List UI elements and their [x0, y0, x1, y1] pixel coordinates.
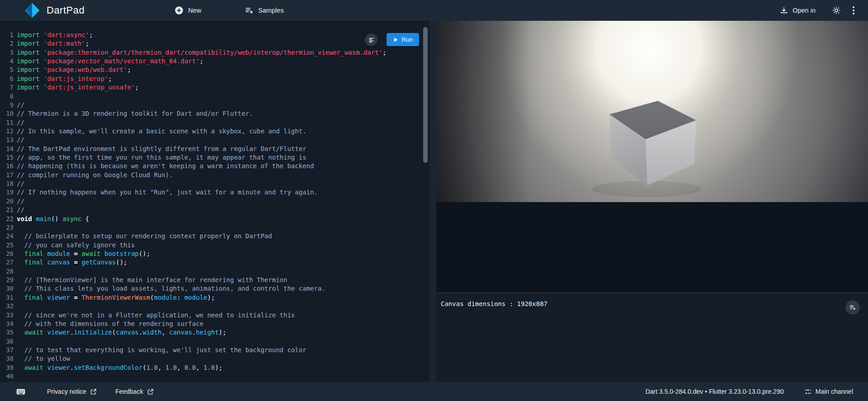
code-text: import 'dart:js_interop';	[17, 75, 423, 83]
code-line[interactable]: 37 // to test that everything is working…	[0, 346, 423, 354]
feedback-link[interactable]: Feedback	[115, 388, 153, 395]
code-line[interactable]: 11//	[0, 118, 423, 127]
render-frame	[436, 21, 868, 292]
code-line[interactable]: 7import 'dart:js_interop_unsafe';	[0, 83, 423, 92]
code-line[interactable]: 13//	[0, 136, 423, 144]
new-button[interactable]: New	[174, 5, 201, 15]
code-line[interactable]: 5import 'package:web/web.dart';	[0, 66, 423, 74]
code-line[interactable]: 6import 'dart:js_interop';	[0, 75, 423, 83]
dartpad-app: DartPad New Samples	[0, 0, 868, 401]
privacy-notice-label: Privacy notice	[47, 388, 86, 395]
code-line[interactable]: 19// If nothing happens when you hit "Ru…	[0, 188, 423, 197]
code-line[interactable]: 15// app, so the first time you run this…	[0, 153, 423, 162]
brightness-icon[interactable]	[831, 5, 841, 15]
line-number: 4	[0, 57, 14, 66]
code-line[interactable]: 9//	[0, 101, 423, 109]
code-line[interactable]: 30 // This class lets you load assets, l…	[0, 284, 423, 293]
editor-scrollbar[interactable]	[423, 27, 428, 163]
format-button[interactable]	[365, 33, 377, 46]
new-button-label: New	[188, 7, 201, 14]
samples-button[interactable]: Samples	[244, 5, 283, 15]
code-line[interactable]: 38 // to yellow	[0, 354, 423, 363]
code-text: // compiler running on Google Cloud Run)…	[17, 171, 423, 179]
console-panel[interactable]: Canvas dimensions : 868x401	[436, 294, 868, 382]
overflow-menu-icon[interactable]	[852, 6, 855, 15]
code-line[interactable]: 33 // since we're not in a Flutter appli…	[0, 311, 423, 320]
channel-selector[interactable]: Main channel	[804, 388, 853, 396]
run-button[interactable]: Run	[387, 33, 419, 46]
line-number: 14	[0, 145, 14, 153]
line-number: 26	[0, 250, 14, 258]
code-line[interactable]: 18//	[0, 179, 423, 188]
code-line[interactable]: 35 await viewer.initialize(canvas.width,…	[0, 328, 423, 337]
code-line[interactable]: 32	[0, 302, 423, 311]
line-number: 11	[0, 118, 14, 127]
keyboard-shortcuts-icon[interactable]	[16, 387, 26, 396]
code-text: final viewer = ThermionViewerWasm(module…	[17, 293, 423, 302]
code-line[interactable]: 12// In this sample, we'll create a basi…	[0, 127, 423, 136]
code-line[interactable]: 8	[0, 92, 423, 101]
clear-console-button[interactable]	[845, 300, 860, 315]
line-number: 13	[0, 136, 14, 144]
line-number: 1	[0, 31, 14, 39]
add-circle-icon	[174, 5, 184, 15]
code-line[interactable]: 23	[0, 223, 423, 232]
code-line[interactable]: 26 final module = await bootstrap();	[0, 250, 423, 258]
code-text: //	[17, 197, 423, 206]
playlist-add-icon	[244, 5, 254, 15]
play-icon	[393, 37, 398, 42]
code-text	[17, 223, 423, 232]
code-text	[17, 92, 423, 101]
status-bar: Privacy notice Feedback Dart 3.5.0-284.0…	[0, 382, 868, 401]
code-line[interactable]: 14// The DartPad environment is slightly…	[0, 145, 423, 153]
code-line[interactable]: 31 final viewer = ThermionViewerWasm(mod…	[0, 293, 423, 302]
code-text: //	[17, 118, 423, 127]
line-number: 33	[0, 311, 14, 320]
line-number: 15	[0, 153, 14, 162]
line-number: 16	[0, 162, 14, 170]
code-text: //	[17, 136, 423, 144]
open-in-button[interactable]: Open in	[779, 6, 816, 15]
code-text	[17, 267, 423, 276]
code-line[interactable]: 24 // boilerplate to setup our rendering…	[0, 232, 423, 241]
app-title: DartPad	[47, 5, 85, 16]
3d-scene-canvas[interactable]	[436, 21, 868, 202]
line-number: 10	[0, 109, 14, 118]
code-line[interactable]: 36	[0, 337, 423, 346]
line-number: 30	[0, 284, 14, 293]
code-line[interactable]: 16// happening (this is because we aren'…	[0, 162, 423, 170]
line-number: 22	[0, 215, 14, 223]
code-text	[17, 372, 423, 381]
run-button-label: Run	[402, 36, 413, 43]
tune-icon	[804, 388, 812, 396]
code-text: await viewer.setBackgroundColor(1.0, 1.0…	[17, 363, 423, 372]
open-in-new-icon	[147, 388, 154, 395]
code-line[interactable]: 27 final canvas = getCanvas();	[0, 258, 423, 267]
code-line[interactable]: 40	[0, 372, 423, 381]
code-line[interactable]: 21//	[0, 206, 423, 214]
code-line[interactable]: 4import 'package:vector_math/vector_math…	[0, 57, 423, 66]
code-line[interactable]: 3import 'package:thermion_dart/thermion_…	[0, 48, 423, 57]
code-line[interactable]: 20//	[0, 197, 423, 206]
code-line[interactable]: 39 await viewer.setBackgroundColor(1.0, …	[0, 363, 423, 372]
code-line[interactable]: 22void main() async {	[0, 215, 423, 223]
line-number: 12	[0, 127, 14, 136]
code-line[interactable]: 17// compiler running on Google Cloud Ru…	[0, 171, 423, 179]
code-line[interactable]: 29 // [ThermionViewer] is the main inter…	[0, 276, 423, 284]
line-number: 38	[0, 354, 14, 363]
code-line[interactable]: 28	[0, 267, 423, 276]
code-line[interactable]: 25 // you can safely ignore this	[0, 241, 423, 250]
code-line[interactable]: 2import 'dart:math';	[0, 39, 423, 48]
code-text: // you can safely ignore this	[17, 241, 423, 250]
privacy-notice-link[interactable]: Privacy notice	[47, 388, 97, 395]
code-line[interactable]: 34 // with the dimensions of the renderi…	[0, 320, 423, 328]
code-line[interactable]: 1import 'dart:async';	[0, 31, 423, 39]
code-text: //	[17, 206, 423, 214]
code-text: void main() async {	[17, 215, 423, 223]
code-lines: 1import 'dart:async';2import 'dart:math'…	[0, 21, 423, 381]
line-number: 27	[0, 258, 14, 267]
line-number: 36	[0, 337, 14, 346]
line-number: 34	[0, 320, 14, 328]
code-line[interactable]: 10// Thermion is a 3D rendering toolkit …	[0, 109, 423, 118]
code-editor-panel[interactable]: 1import 'dart:async';2import 'dart:math'…	[0, 21, 429, 382]
